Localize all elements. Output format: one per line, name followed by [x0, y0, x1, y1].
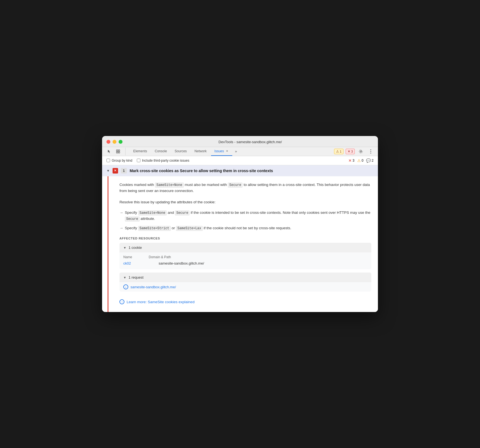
issue-title: Mark cross-site cookies as Secure to all…	[130, 169, 273, 173]
title-bar: DevTools - samesite-sandbox.glitch.me/	[102, 136, 378, 147]
table-row: ck02 samesite-sandbox.glitch.me/	[123, 260, 367, 266]
cookie-section: ▼ 1 cookie Name Domain & Path ck02 sames…	[119, 243, 371, 269]
affected-resources: Affected Resources ▼ 1 cookie Name Domai…	[119, 237, 371, 306]
minimize-button[interactable]	[113, 140, 116, 144]
arrow-icon-2: →	[119, 225, 123, 231]
request-icon: ↓	[123, 284, 128, 289]
request-section: ▼ 1 request ↓ samesite-sandbox.glitch.me…	[119, 273, 371, 292]
code-samesite-none-2: SameSite=None	[138, 210, 167, 215]
tab-bar-right: ⚠ 1 ✕ 3	[334, 148, 375, 155]
cookie-table-header: Name Domain & Path	[123, 254, 367, 260]
svg-point-5	[370, 149, 371, 150]
more-options-icon[interactable]	[367, 148, 375, 155]
col-name: Name	[123, 255, 132, 259]
svg-rect-2	[116, 152, 118, 153]
cookie-name-link[interactable]: ck02	[123, 261, 156, 265]
tab-elements[interactable]: Elements	[130, 147, 150, 156]
cookie-table: Name Domain & Path ck02 samesite-sandbox…	[119, 252, 371, 269]
issue-resolve: Resolve this issue by updating the attri…	[119, 199, 371, 205]
code-secure-2: Secure	[175, 210, 190, 215]
cookie-domain: samesite-sandbox.glitch.me/	[159, 261, 204, 265]
tab-overflow-button[interactable]: »	[233, 147, 239, 156]
cursor-icon[interactable]	[105, 148, 113, 155]
svg-point-4	[360, 151, 362, 152]
svg-rect-1	[118, 150, 120, 151]
close-button[interactable]	[106, 140, 110, 144]
tab-sources[interactable]: Sources	[171, 147, 190, 156]
error-count-icon: ✕	[348, 158, 352, 163]
cookie-section-header[interactable]: ▼ 1 cookie	[119, 243, 371, 252]
main-content: ▼ ✕ 1 Mark cross-site cookies as Secure …	[102, 165, 378, 312]
issue-count-badge: 1	[121, 168, 127, 174]
code-samesite-lax: SameSite=Lax	[176, 226, 202, 231]
arrow-icon-1: →	[119, 210, 123, 222]
group-by-kind-checkbox[interactable]: Group by kind	[106, 159, 132, 162]
learn-more: → Learn more: SameSite cookies explained	[119, 295, 371, 306]
warning-icon: ⚠	[336, 150, 339, 153]
request-chevron-icon: ▼	[123, 276, 126, 279]
tab-issues[interactable]: Issues ✕	[211, 147, 232, 156]
warning-badge[interactable]: ⚠ 1	[334, 149, 343, 154]
warning-count: ⚠ 0	[357, 158, 364, 163]
tab-close-icon[interactable]: ✕	[225, 149, 229, 153]
request-row: ↓ samesite-sandbox.glitch.me/	[119, 282, 371, 292]
info-count: 💬 2	[366, 158, 374, 163]
error-count: ✕ 3	[348, 158, 354, 163]
filter-bar: Group by kind Include third-party cookie…	[102, 156, 378, 165]
tab-console[interactable]: Console	[151, 147, 170, 156]
inspect-icon[interactable]	[114, 148, 122, 155]
traffic-lights	[106, 140, 122, 144]
third-party-input[interactable]	[137, 159, 140, 162]
window-title: DevTools - samesite-sandbox.glitch.me/	[127, 140, 374, 144]
request-url-link[interactable]: samesite-sandbox.glitch.me/	[130, 285, 176, 289]
svg-rect-3	[118, 152, 120, 153]
group-by-kind-input[interactable]	[106, 159, 110, 162]
code-secure-3: Secure	[125, 217, 140, 222]
svg-point-7	[370, 153, 371, 153]
request-section-title: 1 request	[129, 275, 143, 279]
issue-bullet-2: → Specify SameSite=Strict or SameSite=La…	[119, 225, 371, 231]
maximize-button[interactable]	[119, 140, 122, 144]
filter-counts: ✕ 3 ⚠ 0 💬 2	[348, 158, 374, 163]
issue-chevron-icon: ▼	[106, 169, 110, 173]
settings-icon[interactable]	[357, 148, 365, 155]
request-section-header[interactable]: ▼ 1 request	[119, 273, 371, 282]
code-samesite-strict: SameSite=Strict	[138, 226, 171, 231]
error-badge[interactable]: ✕ 3	[346, 149, 355, 154]
issue-error-badge: ✕	[113, 168, 118, 174]
issue-header[interactable]: ▼ ✕ 1 Mark cross-site cookies as Secure …	[102, 165, 378, 176]
error-icon: ✕	[348, 150, 350, 153]
code-secure-1: Secure	[228, 183, 242, 188]
issue-body: Cookies marked with SameSite=None must a…	[108, 176, 378, 312]
issue-description: Cookies marked with SameSite=None must a…	[119, 182, 371, 194]
issue-bullet-1: → Specify SameSite=None and Secure if th…	[119, 210, 371, 222]
cookie-chevron-icon: ▼	[123, 246, 126, 249]
col-domain: Domain & Path	[149, 255, 171, 259]
devtools-window: DevTools - samesite-sandbox.glitch.me/ E…	[102, 136, 378, 312]
info-count-icon: 💬	[366, 158, 371, 163]
svg-point-6	[370, 151, 371, 152]
cookie-section-title: 1 cookie	[129, 246, 142, 250]
code-samesite-none-1: SameSite=None	[155, 183, 184, 188]
svg-rect-0	[116, 150, 118, 151]
tab-bar: Elements Console Sources Network Issues …	[102, 147, 378, 156]
warning-count-icon: ⚠	[357, 158, 361, 163]
devtools-icons	[105, 148, 126, 155]
tab-network[interactable]: Network	[191, 147, 210, 156]
affected-label: Affected Resources	[119, 237, 371, 240]
learn-more-link[interactable]: Learn more: SameSite cookies explained	[127, 300, 194, 304]
learn-more-icon: →	[119, 299, 124, 304]
third-party-checkbox[interactable]: Include third-party cookie issues	[137, 159, 189, 162]
